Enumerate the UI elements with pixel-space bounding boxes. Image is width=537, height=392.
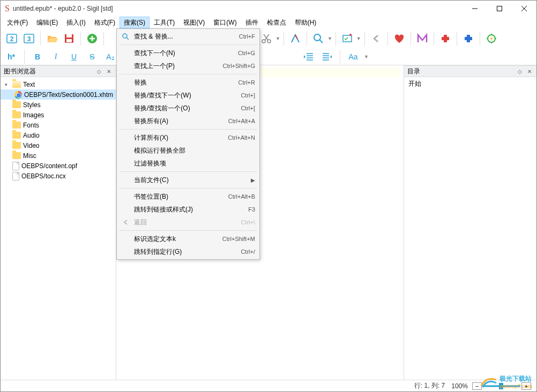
minimize-button[interactable] (463, 1, 487, 17)
svg-point-19 (490, 37, 493, 40)
panel-float-icon[interactable]: ◇ (516, 67, 524, 75)
menu-item[interactable]: 替换所有(A)Ctrl+Alt+A (118, 115, 258, 127)
menu-item[interactable]: 当前文件(C)▶ (118, 174, 258, 186)
indent-icon[interactable] (319, 50, 334, 63)
menu-item[interactable]: 替换/查找下一个(W)Ctrl+] (118, 89, 258, 102)
menu-item-label: 当前文件(C) (134, 176, 251, 185)
toolbar-separator (80, 32, 81, 46)
svg-line-15 (320, 40, 323, 43)
toc-item[interactable]: 开始 (408, 79, 532, 88)
menu-view[interactable]: 视图(V) (179, 17, 209, 28)
panel-float-icon[interactable]: ◇ (95, 67, 103, 75)
spellcheck-icon[interactable] (339, 31, 355, 47)
menu-help[interactable]: 帮助(H) (290, 17, 321, 28)
menu-item-shortcut: Ctrl+Alt+N (228, 134, 255, 141)
view3-icon[interactable]: 3 (21, 31, 37, 47)
subscript-button[interactable]: A₂ (103, 50, 118, 63)
menu-item[interactable]: 计算所有(X)Ctrl+Alt+N (118, 131, 258, 144)
window-controls (463, 1, 536, 17)
tree-item[interactable]: Misc (1, 150, 116, 161)
outdent-icon[interactable] (301, 50, 316, 63)
menu-item[interactable]: 替换Ctrl+R (118, 76, 258, 89)
folder-icon (12, 101, 21, 108)
menu-item[interactable]: 查找 & 替换...Ctrl+F (118, 30, 258, 43)
save-icon[interactable] (61, 31, 77, 47)
menu-item-label: 查找 & 替换... (134, 32, 239, 41)
window-title: untitled.epub* - epub2.0 - Sigil [std] (13, 5, 463, 12)
close-button[interactable] (512, 1, 536, 17)
menu-item[interactable]: 书签位置(B)Ctrl+Alt+B (118, 190, 258, 203)
book-browser-panel: 图书浏览器 ◇ ✕ ▾TextOEBPS/Text/Section0001.xh… (1, 65, 116, 380)
toc-title: 目录 (407, 67, 420, 76)
menu-format[interactable]: 格式(F) (90, 17, 120, 28)
tree-item-label: Misc (23, 152, 36, 160)
tree-item[interactable]: Audio (1, 130, 116, 140)
italic-button[interactable]: I (48, 50, 63, 63)
menu-item-shortcut: F3 (248, 206, 255, 213)
plugin3-icon[interactable] (483, 31, 499, 47)
menu-window[interactable]: 窗口(W) (209, 17, 241, 28)
metadata-icon[interactable] (414, 31, 430, 47)
toc-body[interactable]: 开始 (404, 77, 536, 380)
folder-icon (12, 111, 21, 118)
open-icon[interactable] (44, 31, 60, 47)
menu-item[interactable]: 过滤替换项 (118, 157, 258, 170)
tree-item[interactable]: Fonts (1, 120, 116, 130)
svg-point-14 (314, 34, 320, 41)
tree-item[interactable]: OEBPS/Text/Section0001.xhtm (1, 89, 116, 100)
panel-close-icon[interactable]: ✕ (526, 67, 533, 75)
toc-header: 目录 ◇ ✕ (404, 65, 536, 77)
heart-icon[interactable] (391, 31, 407, 47)
view2-icon[interactable]: 2 (4, 31, 20, 47)
tree-item[interactable]: ▾Text (1, 79, 116, 89)
case-button[interactable]: Aa (346, 50, 361, 63)
tree-item-label: OEBPS/toc.ncx (21, 172, 66, 180)
menu-item[interactable]: 查找下一个(N)Ctrl+G (118, 47, 258, 59)
menu-item[interactable]: 跳转到链接或样式(J)F3 (118, 203, 258, 216)
bold-button[interactable]: B (30, 50, 45, 63)
tree-item-label: Fonts (23, 122, 39, 129)
watermark: 极光下载站 www.xz7.com (480, 374, 532, 389)
menu-separator (119, 129, 257, 130)
heading-button[interactable]: h* (4, 50, 19, 63)
underline-button[interactable]: U (66, 50, 81, 63)
plugin2-icon[interactable] (460, 31, 476, 47)
tree-item[interactable]: Images (1, 110, 116, 120)
menu-item-shortcut: Ctrl+Alt+A (228, 118, 255, 124)
plugin1-icon[interactable] (437, 31, 453, 47)
menu-search[interactable]: 搜索(S) (120, 17, 150, 28)
validate-icon[interactable] (287, 31, 303, 47)
menu-item[interactable]: 模拟运行替换全部 (118, 144, 258, 157)
tree-item[interactable]: Styles (1, 100, 116, 110)
menu-item-shortcut: Ctrl+R (238, 79, 255, 86)
menu-item[interactable]: 替换/查找前一个(O)Ctrl+[ (118, 102, 258, 115)
tree-item[interactable]: OEBPS/content.opf (1, 161, 116, 171)
menu-item[interactable]: 跳转到指定行(G)Ctrl+/ (118, 245, 258, 258)
menu-file[interactable]: 文件(F) (3, 17, 32, 28)
cut-icon[interactable] (258, 31, 274, 47)
menu-separator (119, 171, 257, 172)
menu-item[interactable]: 标识选定文本kCtrl+Shift+M (118, 232, 258, 245)
search-icon[interactable] (310, 31, 326, 47)
menu-insert[interactable]: 插入(I) (62, 17, 89, 28)
menu-item-shortcut: Ctrl+/ (241, 248, 255, 255)
tree-item[interactable]: Video (1, 140, 116, 150)
back-icon[interactable] (368, 31, 384, 47)
menu-item-shortcut: Ctrl+Alt+B (228, 193, 255, 200)
maximize-button[interactable] (487, 1, 512, 17)
content-area: 图书浏览器 ◇ ✕ ▾TextOEBPS/Text/Section0001.xh… (1, 65, 536, 380)
tree-item-label: Audio (23, 132, 40, 139)
menu-item[interactable]: 查找上一个(P)Ctrl+Shift+G (118, 59, 258, 72)
book-browser-tree[interactable]: ▾TextOEBPS/Text/Section0001.xhtmStylesIm… (1, 77, 116, 380)
tree-item[interactable]: OEBPS/toc.ncx (1, 171, 116, 181)
menu-item-shortcut: Ctrl+[ (241, 105, 255, 111)
menu-item-label: 返回 (134, 218, 241, 227)
menu-edit[interactable]: 编辑(E) (32, 17, 62, 28)
strike-button[interactable]: S (85, 50, 100, 63)
toolbar-format: h* B I U S A₂ Aa ▼ (1, 49, 536, 65)
menu-tools[interactable]: 工具(T) (150, 17, 179, 28)
add-icon[interactable] (84, 31, 100, 47)
panel-close-icon[interactable]: ✕ (105, 67, 113, 75)
menu-checkpoints[interactable]: 检查点 (263, 17, 290, 28)
menu-plugins[interactable]: 插件 (241, 17, 263, 28)
